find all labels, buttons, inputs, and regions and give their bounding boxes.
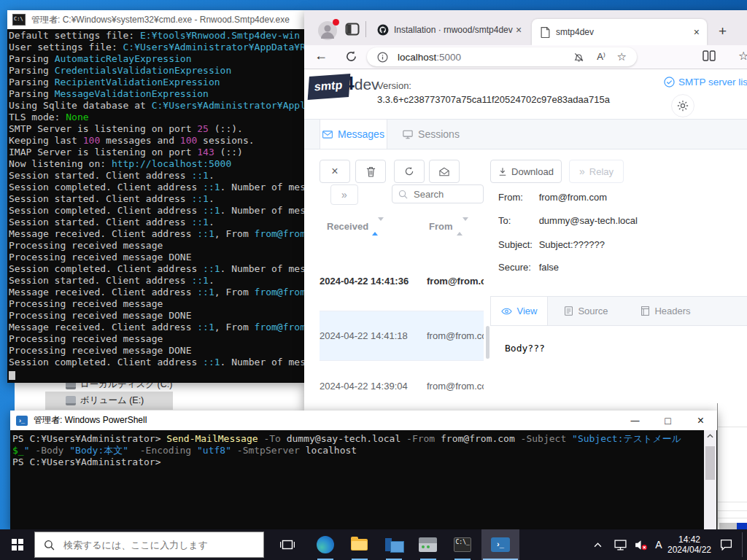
tray-volume-muted[interactable] — [630, 529, 651, 560]
sort-carets[interactable] — [457, 221, 468, 232]
scroll-up-icon[interactable] — [707, 434, 713, 438]
favorite-star-icon[interactable]: ☆ — [617, 50, 627, 63]
tab-sessions[interactable]: Sessions — [387, 120, 475, 149]
site-info-icon[interactable] — [377, 52, 388, 63]
partition-block-blue — [737, 523, 747, 529]
browser-window[interactable]: Installation · rnwood/smtp4dev W × smtp4… — [304, 10, 747, 411]
server-box-icon — [419, 537, 437, 552]
tray-clock[interactable]: 14:42 2024/04/22 — [668, 529, 711, 560]
minimize-button[interactable]: — — [619, 416, 651, 426]
tab-messages[interactable]: Messages — [320, 120, 387, 149]
divider — [718, 510, 747, 511]
taskbar-app-explorer[interactable] — [342, 529, 376, 560]
powershell-window[interactable]: ›_ 管理者: Windows PowerShell — □ × PS C:¥U… — [10, 411, 717, 529]
address-bar[interactable]: localhost:5000 A) ☆ — [367, 47, 637, 66]
browser-tab-smtp4dev[interactable]: smtp4dev × — [532, 19, 707, 45]
field-value: false — [539, 262, 559, 273]
list-scrollbar[interactable] — [486, 326, 489, 359]
console-line: Using Sqlite database at C:¥Users¥Admini… — [9, 100, 304, 112]
download-button[interactable]: Download — [490, 160, 562, 183]
cmd-console[interactable]: Default settings file: E:¥tools¥Rnwood.S… — [7, 29, 304, 383]
taskbar-app-edge[interactable] — [308, 529, 342, 560]
tab-title: smtp4dev — [556, 27, 694, 37]
settings-button[interactable] — [671, 94, 694, 117]
console-line: Session completed. Client address ::1. N… — [9, 263, 304, 275]
field-to: To: dummy@say-tech.local — [498, 215, 638, 226]
console-line: User settings file: C:¥Users¥Administrat… — [9, 42, 304, 53]
network-icon — [614, 540, 627, 551]
scrollbar[interactable] — [704, 430, 716, 529]
browser-profile-avatar[interactable] — [317, 20, 338, 41]
taskbar-search-input[interactable] — [62, 539, 262, 551]
refresh-button[interactable] — [394, 160, 425, 183]
tab-close-icon[interactable]: × — [694, 26, 700, 38]
sort-carets[interactable] — [372, 221, 384, 232]
column-header-received[interactable]: Received — [327, 221, 384, 232]
taskbar-app-powershell[interactable]: ›_ — [481, 529, 519, 560]
maximize-button[interactable]: □ — [651, 415, 684, 427]
smtp-server-link[interactable]: SMTP server lis — [664, 77, 747, 88]
taskbar-app-cmd[interactable]: C:\_ — [445, 529, 479, 560]
expand-button[interactable]: » — [330, 184, 358, 205]
split-screen-icon[interactable] — [703, 50, 716, 64]
edge-icon — [317, 536, 334, 553]
relay-button[interactable]: » Relay — [569, 160, 624, 183]
windows-logo-icon — [12, 539, 23, 551]
tray-ime-mode[interactable]: A — [651, 529, 667, 560]
tab-source[interactable]: Source — [548, 297, 625, 325]
tab-headers[interactable]: Headers — [625, 297, 707, 325]
search-box[interactable] — [392, 184, 484, 203]
mark-read-button[interactable] — [429, 160, 460, 183]
background-window-fragment — [717, 403, 747, 529]
cmd-title: 管理者: C:¥Windows¥system32¥cmd.exe - Rnwoo… — [31, 14, 290, 26]
read-aloud-icon[interactable]: A) — [597, 51, 605, 62]
cmd-titlebar[interactable]: C:\ 管理者: C:¥Windows¥system32¥cmd.exe - R… — [7, 10, 304, 29]
message-row-selected[interactable]: 2024-04-22 14:41:18 from@from.co — [320, 311, 484, 361]
divider — [718, 427, 747, 427]
message-from: from@from.co — [427, 381, 484, 392]
column-header-from[interactable]: From — [429, 221, 468, 232]
console-line: Default settings file: E:¥tools¥Rnwood.S… — [9, 30, 304, 42]
search-input[interactable] — [412, 188, 473, 201]
browser-tab-github[interactable]: Installation · rnwood/smtp4dev W × — [371, 19, 528, 41]
smtp4dev-page: smtp4dev Version: 3.3.6+c238773707a75ca1… — [304, 69, 747, 411]
reload-button[interactable] — [345, 50, 357, 66]
workspaces-icon[interactable] — [345, 23, 360, 39]
new-tab-button[interactable]: + — [719, 23, 727, 39]
powershell-console[interactable]: PS C:¥Users¥Administrator> Send-MailMess… — [10, 430, 717, 529]
taskbar-app-hyperv[interactable] — [376, 529, 411, 560]
tray-hidden-icons[interactable] — [588, 529, 607, 560]
close-button[interactable]: × — [684, 414, 717, 427]
taskbar-app-server-manager[interactable] — [411, 529, 445, 560]
message-row[interactable]: 2024-04-22 14:39:04 from@from.co — [320, 361, 484, 411]
message-from: from@from.c — [427, 276, 484, 287]
field-label: Subject: — [498, 239, 536, 250]
powershell-titlebar[interactable]: ›_ 管理者: Windows PowerShell — □ × — [10, 411, 717, 430]
download-icon — [498, 167, 507, 176]
tab-view[interactable]: View — [491, 297, 548, 325]
start-button[interactable] — [0, 529, 34, 560]
scroll-thumb[interactable] — [705, 446, 715, 480]
notifications-blocked-icon[interactable] — [573, 52, 584, 63]
cmd-window[interactable]: C:\ 管理者: C:¥Windows¥system32¥cmd.exe - R… — [7, 10, 304, 383]
tab-close-icon[interactable]: × — [516, 24, 522, 36]
chevron-up-icon — [594, 542, 602, 548]
message-from: from@from.co — [427, 330, 484, 341]
message-row[interactable]: 2024-04-22 14:41:36 from@from.c — [320, 251, 484, 311]
back-button[interactable]: ← — [314, 48, 328, 63]
taskbar-search-box[interactable] — [34, 532, 264, 558]
explorer-item-e-drive[interactable]: ボリューム (E:) — [45, 392, 173, 410]
console-line: Session started. Client address ::1. — [9, 170, 304, 182]
tray-network[interactable] — [610, 529, 630, 560]
action-center-button[interactable] — [712, 529, 740, 560]
url-port[interactable]: :5000 — [436, 52, 461, 63]
task-view-button[interactable] — [270, 529, 305, 560]
show-desktop-divider[interactable] — [742, 532, 743, 557]
favorites-icon[interactable]: ☆ — [738, 49, 747, 63]
divider — [718, 518, 747, 518]
delete-button[interactable] — [355, 160, 386, 183]
trash-icon — [366, 166, 376, 177]
deselect-button[interactable]: × — [320, 160, 350, 183]
url-host[interactable]: localhost — [398, 52, 436, 63]
search-icon — [44, 540, 55, 551]
